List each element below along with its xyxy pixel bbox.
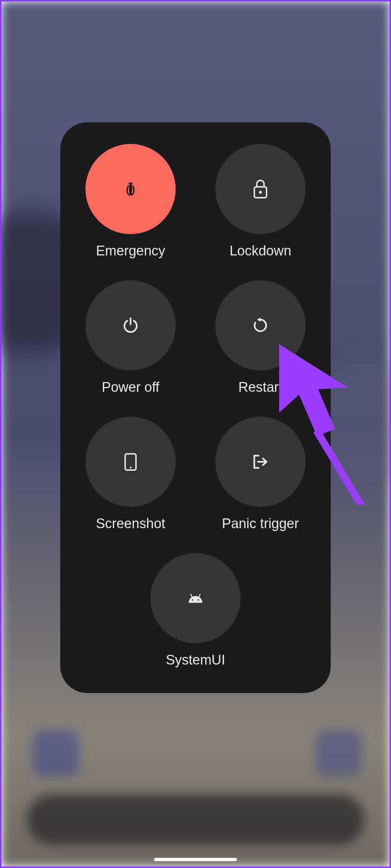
svg-point-10	[130, 466, 132, 468]
power-icon	[122, 316, 140, 334]
power-menu-panel: ( ( ) ) Emergency	[60, 122, 331, 693]
menu-row: SystemUI	[78, 553, 313, 668]
restart-label: Restart	[238, 380, 282, 395]
background-blur	[315, 729, 362, 776]
screenshot-label: Screenshot	[96, 516, 165, 531]
poweroff-button[interactable]	[85, 280, 176, 371]
panictrigger-button[interactable]	[215, 417, 306, 507]
svg-point-15	[198, 599, 199, 601]
screenshot-item: Screenshot	[80, 417, 181, 531]
screenshot-icon	[123, 452, 138, 472]
restart-button[interactable]	[215, 280, 306, 371]
svg-point-7	[259, 191, 262, 194]
lockdown-item: Lockdown	[210, 144, 311, 259]
android-icon	[187, 593, 204, 604]
svg-point-14	[192, 599, 193, 601]
background-blur	[27, 794, 364, 845]
svg-line-13	[199, 594, 200, 597]
systemui-label: SystemUI	[166, 652, 225, 668]
lockdown-label: Lockdown	[229, 243, 291, 259]
svg-line-12	[191, 594, 192, 597]
restart-item: Restart	[210, 280, 311, 395]
exit-icon	[251, 453, 269, 471]
screenshot-button[interactable]	[85, 417, 176, 507]
panictrigger-item: Panic trigger	[210, 417, 311, 531]
emergency-item: ( ( ) ) Emergency	[80, 144, 181, 259]
panictrigger-label: Panic trigger	[222, 516, 299, 531]
svg-rect-4	[129, 185, 132, 190]
restart-icon	[252, 317, 269, 334]
menu-row: ( ( ) ) Emergency	[78, 144, 313, 259]
systemui-item: SystemUI	[145, 553, 246, 668]
poweroff-item: Power off	[80, 280, 181, 395]
menu-row: Screenshot Panic trigger	[78, 417, 313, 531]
emergency-button[interactable]: ( ( ) )	[85, 144, 176, 234]
lockdown-button[interactable]	[215, 144, 306, 234]
poweroff-label: Power off	[102, 380, 159, 395]
emergency-icon: ( ( ) )	[120, 178, 141, 200]
navigation-handle[interactable]	[154, 858, 237, 861]
background-blur	[32, 729, 79, 776]
menu-row: Power off Restart	[78, 280, 313, 395]
emergency-label: Emergency	[96, 243, 165, 259]
svg-text:): )	[132, 184, 135, 195]
systemui-button[interactable]	[150, 553, 241, 643]
lock-icon	[251, 178, 269, 200]
svg-point-5	[129, 192, 132, 194]
